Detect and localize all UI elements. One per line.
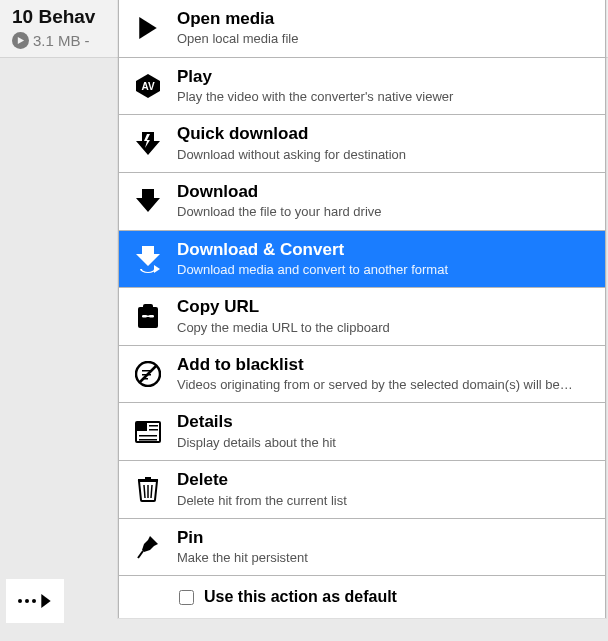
menu-item-copy-url[interactable]: Copy URL Copy the media URL to the clipb… [119,288,605,346]
file-size: 3.1 MB [33,32,81,49]
svg-rect-15 [139,435,157,437]
menu-item-details[interactable]: Details Display details about the hit [119,403,605,461]
svg-line-19 [151,485,152,498]
menu-item-title: Copy URL [177,297,589,317]
svg-line-17 [144,485,145,498]
menu-item-desc: Download the file to your hard drive [177,204,589,220]
pin-icon [133,534,163,560]
menu-item-quick-download[interactable]: Quick download Download without asking f… [119,115,605,173]
menu-item-download[interactable]: Download Download the file to your hard … [119,173,605,231]
menu-item-title: Delete [177,470,589,490]
svg-rect-13 [149,425,158,427]
menu-item-title: Add to blacklist [177,355,589,375]
svg-rect-16 [139,439,157,441]
menu-item-download-convert[interactable]: Download & Convert Download media and co… [119,231,605,289]
svg-text:AV: AV [141,81,154,92]
menu-item-desc: Play the video with the converter's nati… [177,89,589,105]
menu-item-title: Download & Convert [177,240,589,260]
menu-footer: Use this action as default [119,576,605,618]
menu-item-desc: Make the hit persistent [177,550,589,566]
menu-item-blacklist[interactable]: Add to blacklist Videos originating from… [119,346,605,404]
menu-item-title: Download [177,182,589,202]
default-action-label: Use this action as default [204,588,397,606]
svg-rect-10 [142,378,148,380]
svg-rect-1 [138,307,158,328]
menu-item-desc: Delete hit from the current list [177,493,589,509]
blacklist-icon [133,361,163,387]
bolt-down-icon [133,131,163,157]
menu-item-desc: Videos originating from or served by the… [177,377,589,393]
meta-dash: - [85,32,90,49]
svg-rect-14 [149,429,158,431]
trash-icon [133,476,163,502]
play-circle-icon [12,32,29,49]
ellipsis-icon [18,599,36,603]
menu-item-title: Quick download [177,124,589,144]
default-action-checkbox[interactable] [179,590,194,605]
svg-rect-9 [142,374,151,376]
details-icon [133,421,163,443]
download-arrow-icon [133,188,163,214]
menu-item-title: Open media [177,9,589,29]
svg-rect-8 [142,370,151,372]
context-menu: Open media Open local media file AV Play… [118,0,606,618]
menu-item-desc: Copy the media URL to the clipboard [177,320,589,336]
menu-item-desc: Open local media file [177,31,589,47]
menu-item-desc: Download media and convert to another fo… [177,262,589,278]
menu-item-open-media[interactable]: Open media Open local media file [119,0,605,58]
download-convert-icon [133,245,163,273]
menu-item-pin[interactable]: Pin Make the hit persistent [119,519,605,577]
svg-rect-12 [136,422,147,431]
svg-rect-2 [143,304,153,309]
play-triangle-icon [40,594,52,608]
clipboard-link-icon [133,304,163,330]
menu-item-delete[interactable]: Delete Delete hit from the current list [119,461,605,519]
play-triangle-icon [133,16,163,40]
menu-item-desc: Download without asking for destination [177,147,589,163]
menu-item-title: Play [177,67,589,87]
svg-rect-5 [146,315,150,317]
menu-item-play[interactable]: AV Play Play the video with the converte… [119,58,605,116]
menu-item-desc: Display details about the hit [177,435,589,451]
menu-item-title: Pin [177,528,589,548]
menu-item-title: Details [177,412,589,432]
svg-line-20 [138,551,143,558]
more-actions-button[interactable] [6,579,64,623]
av-badge-icon: AV [133,73,163,99]
